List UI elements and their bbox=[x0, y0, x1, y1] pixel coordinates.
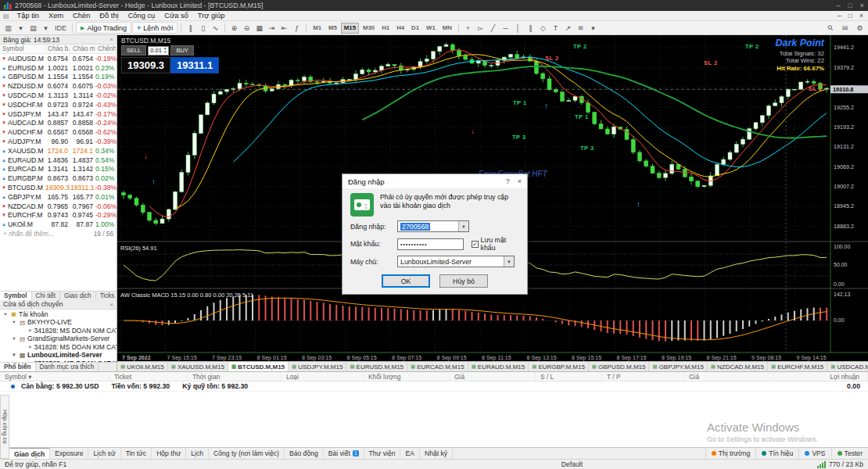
profiles-icon[interactable]: ▤ bbox=[27, 22, 39, 34]
market-watch-row[interactable]: ▼AUDCHF.M0.65670.6568-0.62% bbox=[0, 127, 117, 137]
zoom-out-icon[interactable]: ⊖ bbox=[241, 22, 253, 34]
chevron-down-icon[interactable]: ▾ bbox=[504, 256, 514, 267]
twisty-icon[interactable]: ▾ bbox=[11, 319, 17, 325]
t-n-hi-u-button[interactable]: Tín hiệu bbox=[755, 448, 798, 459]
navigator-header[interactable]: Cửa sổ dịch chuyển × bbox=[0, 300, 117, 310]
navigator-tab[interactable]: Danh mục ưa thích bbox=[36, 363, 99, 371]
menu-item[interactable]: Chèn bbox=[68, 12, 95, 20]
autoscroll-icon[interactable]: ⇥ bbox=[266, 22, 278, 34]
twisty-icon[interactable]: ▾ bbox=[11, 352, 17, 358]
chart-tab-xauusd-m-m15[interactable]: ▦XAUUSD.M,M15 bbox=[168, 362, 228, 371]
maximize-button[interactable]: □ bbox=[848, 2, 852, 9]
toolbox-tab-exposure[interactable]: Exposure bbox=[50, 448, 88, 459]
chart-tab-eurcad-m-m15[interactable]: ▦EURCAD.M,M15 bbox=[407, 362, 468, 371]
market-watch-row[interactable]: ▼NZDCAD.M0.79650.7967-0.06% bbox=[0, 202, 117, 211]
new-order-button[interactable]: +Lệnh mới bbox=[132, 22, 178, 34]
timeframe-mn[interactable]: MN bbox=[439, 23, 455, 34]
bar-chart-icon[interactable]: ∥ bbox=[185, 22, 196, 34]
timeframe-h1[interactable]: H1 bbox=[378, 23, 393, 34]
chart-tab-gbpusd-m-m15[interactable]: ▦GBPUSD.M,M15 bbox=[589, 362, 650, 371]
toolbox-column-2[interactable]: Ticket bbox=[109, 372, 188, 381]
market-watch-tab-giao-dịch[interactable]: Giao dịch bbox=[60, 292, 96, 300]
toolbox-tab-ea[interactable]: EA bbox=[400, 448, 419, 459]
candlestick-icon[interactable]: ▯ bbox=[197, 22, 209, 34]
toolbox-tab-giao-d-ch[interactable]: Giao dịch bbox=[9, 448, 50, 459]
add-symbol-label[interactable]: + nhấn để thêm... bbox=[3, 230, 54, 238]
menu-item[interactable]: Tập tin bbox=[13, 12, 44, 20]
market-watch-row[interactable]: ▲EURCAD.M1.31411.31420.15% bbox=[0, 165, 117, 174]
volume-stepper[interactable]: 0.01 ▲▼ bbox=[148, 46, 169, 55]
bid-price[interactable]: 19309.3 bbox=[121, 57, 170, 73]
tree-item[interactable]: ▾▣Tài khoản bbox=[0, 310, 117, 319]
timeframe-m30[interactable]: M30 bbox=[360, 23, 378, 34]
collapsed-toolbox-tab[interactable]: Hộp công cụ bbox=[0, 395, 9, 459]
tree-item[interactable]: ▾▤LunbouxLimited-Server bbox=[0, 351, 117, 360]
market-watch-row[interactable]: ▼USDCHF.M0.97230.9724-0.43% bbox=[0, 100, 117, 109]
search-icon[interactable]: ⚲ bbox=[822, 20, 838, 36]
market-watch-row[interactable]: ▼USDCAD.M1.31131.3114-0.02% bbox=[0, 91, 117, 100]
market-watch-row[interactable]: ▲GBPUSD.M1.15541.15540.19% bbox=[0, 73, 117, 82]
login-dialog-titlebar[interactable]: Đăng nhập ? × bbox=[343, 174, 527, 188]
vps-button[interactable]: VPS bbox=[798, 448, 830, 459]
close-button[interactable]: × bbox=[860, 2, 864, 9]
close-icon[interactable]: × bbox=[109, 36, 113, 43]
timeframe-d1[interactable]: D1 bbox=[408, 23, 422, 34]
cancel-button[interactable]: Hủy bỏ bbox=[439, 274, 488, 288]
market-watch-row[interactable]: ▼AUDCAD.M0.88570.8858-0.24% bbox=[0, 119, 117, 128]
menu-item[interactable]: Cửa sổ bbox=[160, 12, 193, 20]
save-password-checkbox[interactable]: ✓ Lưu mật khẩu bbox=[472, 236, 519, 252]
child-minimize-button[interactable]: – bbox=[838, 12, 841, 20]
indicators-icon[interactable]: ƒ bbox=[291, 22, 303, 34]
tree-item[interactable]: ▾▤GrandSignalMarkets-Server bbox=[0, 335, 117, 343]
market-watch-row[interactable]: ▼EURCHF.M0.97430.9745-0.29% bbox=[0, 211, 117, 220]
timeframe-m15[interactable]: M15 bbox=[341, 23, 359, 34]
server-combobox[interactable]: LunbouxLimited-Server ▾ bbox=[397, 256, 515, 267]
password-field[interactable]: •••••••••• bbox=[397, 238, 464, 250]
child-close-button[interactable]: × bbox=[859, 12, 863, 20]
toolbox-column-9[interactable]: Giá bbox=[684, 372, 774, 381]
chart-shift-icon[interactable]: ⇤ bbox=[278, 22, 290, 34]
vertical-line-icon[interactable]: │ bbox=[512, 22, 524, 34]
market-watch-row[interactable]: ▲EURUSD.M1.00211.00210.23% bbox=[0, 63, 117, 73]
market-watch-tab-symbol[interactable]: Symbol bbox=[0, 292, 32, 300]
column-header[interactable]: Chào m. bbox=[70, 45, 95, 52]
th-tr-ng-button[interactable]: Thị trường bbox=[705, 448, 756, 459]
volume-spin-icons[interactable]: ▲▼ bbox=[163, 47, 167, 54]
profiles-dropdown-icon[interactable]: ▾ bbox=[40, 22, 52, 34]
chart-tab-gbpjpy-m-m15[interactable]: ▦GBPJPY.M,M15 bbox=[649, 362, 707, 371]
login-combobox[interactable]: 2700568 ▾ bbox=[397, 220, 469, 232]
settings-icon[interactable]: ⚙ bbox=[854, 22, 866, 34]
profile-selector[interactable]: Default bbox=[561, 460, 583, 468]
arrow-tool-icon[interactable]: ↗ bbox=[562, 22, 574, 34]
toolbox-tab-l-ch[interactable]: Lịch bbox=[186, 448, 209, 459]
toolbox-tab-b-i-vi-t[interactable]: Bài viết1 bbox=[324, 448, 364, 459]
ask-price[interactable]: 19311.1 bbox=[170, 57, 219, 73]
zoom-in-icon[interactable]: ⊕ bbox=[228, 22, 240, 34]
toolbox-tab-th-vi-n[interactable]: Thư viện bbox=[364, 448, 401, 459]
market-watch-row[interactable]: ▲XAUUSD.M1724.01724.10.34% bbox=[0, 146, 117, 156]
dialog-close-button[interactable]: × bbox=[518, 177, 522, 185]
toolbox-column-6[interactable]: Giá bbox=[450, 372, 536, 381]
ok-button[interactable]: OK bbox=[382, 274, 430, 288]
menu-item[interactable]: Xem bbox=[44, 12, 68, 20]
column-header[interactable]: Symbol bbox=[0, 45, 45, 52]
twisty-icon[interactable]: ▾ bbox=[2, 311, 9, 317]
market-watch-add-row[interactable]: + nhấn để thêm... 19 / 56 bbox=[0, 229, 117, 238]
tester-button[interactable]: Tester bbox=[831, 448, 868, 459]
tree-item[interactable]: ▾▤BKYHYO-LIVE bbox=[0, 318, 117, 327]
channel-icon[interactable]: ∥ bbox=[525, 22, 536, 34]
toolbox-column-1[interactable]: Symbol ▾ bbox=[0, 372, 109, 381]
algo-trading-button[interactable]: ▶Algo Trading bbox=[76, 22, 131, 34]
tile-windows-icon[interactable]: ▦ bbox=[253, 22, 265, 34]
market-watch-tab-ticks[interactable]: Ticks bbox=[96, 292, 120, 300]
chart-tab-euraud-m-m15[interactable]: ▦EURAUD.M,M15 bbox=[468, 362, 529, 371]
child-restore-button[interactable]: □ bbox=[848, 12, 852, 20]
twisty-icon[interactable]: ▾ bbox=[11, 335, 17, 342]
toolbox-column-10[interactable]: Lợi nhuận bbox=[774, 372, 868, 381]
toolbox-tab-tin-t-c[interactable]: Tin tức bbox=[121, 448, 152, 459]
objects-dropdown-icon[interactable]: ▾ bbox=[587, 22, 599, 34]
toolbox-column-8[interactable]: T / P bbox=[602, 372, 684, 381]
market-watch-row[interactable]: ▲UKOil.M87.8287.871.00% bbox=[0, 220, 117, 229]
metaeditor-button[interactable]: IDE bbox=[52, 22, 69, 34]
chart-tab-eurusd-m-m15[interactable]: ▦EURUSD.M,M15 bbox=[346, 362, 407, 371]
